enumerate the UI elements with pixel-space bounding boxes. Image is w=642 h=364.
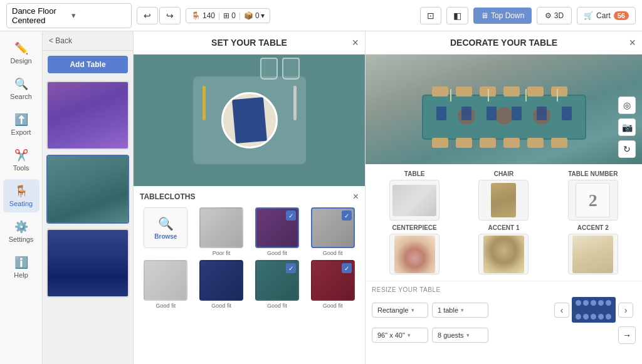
resize-label: RESIZE YOUR TABLE: [372, 286, 636, 293]
cloth-label-2: Good fit: [267, 250, 287, 256]
camera-icon: 📷: [622, 122, 633, 132]
table-thumbnail-curtain[interactable]: [46, 229, 129, 298]
shape-dropdown[interactable]: Rectangle ▾: [372, 303, 428, 318]
add-table-button[interactable]: Add Table: [48, 56, 128, 73]
sidebar-item-help[interactable]: ℹ️ Help: [3, 251, 39, 284]
view-toggle-button[interactable]: ⊡: [420, 7, 441, 24]
svg-rect-7: [432, 138, 448, 148]
nav-arrow-button[interactable]: →: [618, 326, 636, 344]
table-icon: ⊞: [223, 11, 229, 20]
decorate-title-bar: DECORATE YOUR TABLE ×: [366, 31, 642, 55]
check-icon-6: ✓: [286, 263, 296, 273]
sidebar-item-search[interactable]: 🔍 Search: [3, 72, 39, 105]
svg-rect-19: [512, 107, 522, 120]
target-button[interactable]: ◎: [618, 96, 636, 114]
left-sidebar: ✏️ Design 🔍 Search ⬆️ Export ✂️ Tools 🪑 …: [0, 31, 43, 364]
redo-button[interactable]: ↪: [159, 7, 181, 24]
sidebar-item-settings[interactable]: ⚙️ Settings: [3, 215, 39, 248]
chair-decor-thumb: [478, 180, 529, 221]
svg-rect-10: [503, 138, 520, 148]
size-dropdown[interactable]: 96" x 40" ▾: [372, 328, 428, 343]
help-icon: ℹ️: [14, 256, 28, 269]
guests-chevron: ▾: [466, 332, 470, 338]
undo-button[interactable]: ↩: [137, 7, 158, 24]
camera-button[interactable]: 📷: [618, 118, 636, 136]
seating-prev-button[interactable]: ‹: [554, 303, 569, 318]
shape-value: Rectangle: [377, 306, 409, 314]
cloth-label-7: Good fit: [323, 303, 343, 309]
svg-rect-12: [551, 138, 567, 148]
cloth-item-6[interactable]: ✓ Good fit: [251, 260, 303, 309]
shape-chevron: ▾: [411, 307, 414, 313]
cloth-label-3: Good fit: [323, 250, 343, 256]
count-dropdown[interactable]: 1 table ▾: [432, 303, 488, 318]
resize-row-2: 96" x 40" ▾ 8 guests ▾ →: [372, 326, 636, 344]
svg-rect-8: [456, 138, 472, 148]
cart-count: 56: [614, 11, 629, 20]
cart-button[interactable]: 🛒 Cart 56: [577, 7, 636, 24]
design-label: Design: [10, 57, 31, 65]
back-label: < Back: [49, 36, 72, 45]
cloth-item-1[interactable]: Poor fit: [196, 207, 248, 256]
search-label: Search: [10, 93, 32, 100]
svg-rect-4: [503, 86, 520, 96]
svg-rect-11: [527, 138, 544, 148]
sidebar-item-tools[interactable]: ✂️ Tools: [3, 143, 39, 177]
set-table-title-bar: SET YOUR TABLE ×: [134, 31, 365, 55]
size-chevron: ▾: [408, 332, 411, 338]
stats-bar[interactable]: 🪑 140 | ⊞ 0 | 📦 0 ▾: [186, 8, 270, 23]
set-table-close-button[interactable]: ×: [352, 36, 359, 49]
cloth-item-5[interactable]: Good fit: [196, 260, 248, 309]
bottom-arrow-button[interactable]: ↻: [618, 140, 636, 158]
seating-next-button[interactable]: ›: [618, 303, 633, 318]
cloth-item-4[interactable]: Good fit: [140, 260, 192, 309]
cloth-label-6: Good fit: [267, 303, 287, 309]
sidebar-item-seating[interactable]: 🪑 Seating: [3, 179, 39, 212]
centerpiece-thumb: [389, 234, 439, 274]
sidebar-item-export[interactable]: ⬆️ Export: [3, 108, 39, 141]
cloth-thumb-5: [199, 260, 243, 301]
chair-decor-item[interactable]: CHAIR: [461, 170, 546, 221]
cloth-thumb-1: [199, 207, 243, 248]
svg-rect-2: [456, 86, 472, 96]
view-3d-button[interactable]: ⚙ 3D: [537, 7, 572, 24]
cloth-thumb-3: ✓: [311, 207, 355, 248]
svg-rect-21: [562, 107, 572, 120]
cloth-item-7[interactable]: ✓ Good fit: [307, 260, 359, 309]
back-button[interactable]: < Back: [43, 31, 133, 51]
centerpiece-label: CENTERPIECE: [392, 224, 437, 231]
top-down-button[interactable]: 🖥 Top Down: [473, 8, 532, 24]
seating-navigation: ‹: [554, 297, 636, 323]
sidebar-item-design[interactable]: ✏️ Design: [3, 36, 39, 70]
project-chevron: ▾: [71, 11, 126, 20]
check-icon-7: ✓: [342, 263, 352, 273]
tablecloths-label: TABLECLOTHS: [140, 192, 195, 201]
count-value: 1 table: [438, 306, 458, 314]
settings-icon: ⚙️: [14, 220, 28, 234]
decorate-3d-preview: ◎ 📷 ↻: [366, 55, 642, 164]
tables-panel: < Back Add Table: [43, 31, 134, 364]
tablecloths-close-button[interactable]: ×: [353, 191, 359, 202]
browse-button[interactable]: 🔍 Browse: [140, 207, 192, 256]
chair-decor-label: CHAIR: [494, 170, 514, 177]
table-thumbnail-teal[interactable]: [46, 155, 129, 224]
cloth-item-2[interactable]: ✓ Good fit: [251, 207, 303, 256]
seating-icon: 🪑: [14, 184, 28, 198]
project-selector[interactable]: Dance Floor Centered ▾: [6, 3, 132, 28]
table-thumbnail-purple[interactable]: [46, 81, 129, 150]
table-number-decor-item[interactable]: TABLE NUMBER 2: [550, 170, 636, 221]
guests-value: 8 guests: [438, 331, 464, 339]
guests-dropdown[interactable]: 8 guests ▾: [432, 328, 488, 343]
decorate-close-button[interactable]: ×: [629, 36, 636, 49]
cloth-item-3[interactable]: ✓ Good fit: [307, 207, 359, 256]
table-decor-item[interactable]: TABLE: [372, 170, 457, 221]
item-count: 0: [255, 11, 260, 20]
centerpiece-decor-item[interactable]: CENTERPIECE: [372, 224, 457, 274]
accent1-decor-item[interactable]: ACCENT 1: [461, 224, 546, 274]
accent2-decor-item[interactable]: ACCENT 2: [550, 224, 636, 274]
svg-rect-6: [551, 86, 567, 96]
decor-grid: TABLE CHAIR TABLE NUMBER 2 CENTERPIECE: [366, 164, 642, 281]
chair-icon: 🪑: [191, 11, 201, 20]
item-icon: 📦: [244, 11, 253, 20]
layer-button[interactable]: ◧: [446, 7, 468, 24]
